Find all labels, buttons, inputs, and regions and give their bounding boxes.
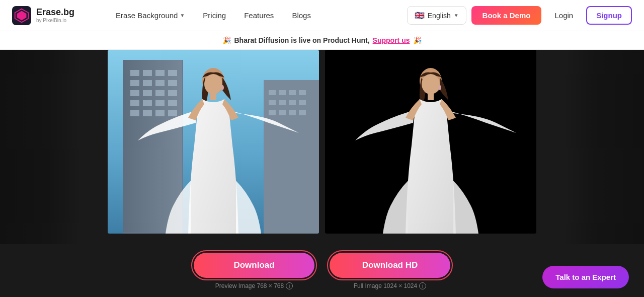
download-hd-group: Download HD Full Image 1024 × 1024 i	[327, 250, 453, 289]
download-hd-button[interactable]: Download HD	[330, 253, 450, 278]
shadow-left	[0, 50, 80, 244]
svg-rect-9	[143, 80, 152, 86]
chevron-down-icon: ▼	[454, 13, 459, 18]
svg-rect-20	[130, 110, 139, 116]
svg-rect-16	[130, 100, 139, 106]
main-content: Download Preview Image 768 × 768 i Downl…	[0, 50, 644, 294]
download-hd-outline: Download HD	[327, 250, 453, 280]
chevron-down-icon: ▼	[180, 13, 185, 18]
logo[interactable]: Erase.bg by PixelBin.io	[12, 6, 93, 25]
announcement-emoji-left: 🎉	[222, 36, 231, 44]
announcement-text: Bharat Diffusion is live on Product Hunt…	[234, 36, 369, 44]
svg-rect-8	[130, 80, 139, 86]
svg-rect-35	[289, 110, 296, 115]
nav-right: 🇬🇧 English ▼ Book a Demo Login Signup	[407, 6, 632, 25]
svg-rect-44	[428, 93, 434, 100]
svg-rect-14	[155, 90, 165, 96]
svg-rect-7	[168, 70, 177, 76]
svg-rect-29	[269, 100, 276, 105]
svg-rect-4	[130, 70, 139, 76]
logo-title: Erase.bg	[36, 8, 74, 18]
svg-rect-22	[155, 110, 165, 116]
processed-scene-svg	[325, 50, 536, 234]
svg-rect-27	[289, 90, 296, 95]
nav-pricing[interactable]: Pricing	[196, 7, 233, 24]
navbar: Erase.bg by PixelBin.io Erase Background…	[0, 0, 644, 31]
svg-rect-13	[143, 90, 152, 96]
processed-image-panel	[325, 50, 536, 234]
support-us-link[interactable]: Support us	[373, 36, 410, 44]
nav-features[interactable]: Features	[237, 7, 281, 24]
svg-rect-15	[168, 90, 177, 96]
logo-icon	[12, 6, 31, 25]
svg-point-40	[221, 85, 224, 90]
svg-rect-11	[168, 80, 177, 86]
image-area	[0, 50, 644, 244]
bottom-bar: Download Preview Image 768 × 768 i Downl…	[0, 244, 644, 294]
svg-rect-25	[269, 90, 276, 95]
svg-rect-33	[269, 110, 276, 115]
shadow-right	[564, 50, 644, 244]
images-container	[108, 50, 536, 244]
svg-rect-36	[299, 110, 306, 115]
download-button[interactable]: Download	[194, 253, 314, 278]
svg-rect-28	[299, 90, 306, 95]
signup-button[interactable]: Signup	[586, 6, 632, 25]
svg-point-43	[422, 74, 440, 94]
svg-rect-26	[279, 90, 286, 95]
download-group: Download Preview Image 768 × 768 i	[191, 250, 317, 289]
svg-point-38	[204, 74, 222, 94]
logo-text: Erase.bg by PixelBin.io	[36, 8, 74, 23]
logo-subtitle: by PixelBin.io	[36, 18, 74, 23]
nav-erase-background[interactable]: Erase Background ▼	[109, 7, 192, 24]
language-selector[interactable]: 🇬🇧 English ▼	[407, 6, 466, 25]
svg-rect-19	[168, 100, 177, 106]
svg-rect-18	[155, 100, 165, 106]
flag-icon: 🇬🇧	[415, 11, 425, 20]
talk-to-expert-button[interactable]: Talk to an Expert	[542, 266, 629, 288]
svg-rect-5	[143, 70, 152, 76]
svg-rect-6	[155, 70, 165, 76]
language-label: English	[428, 12, 451, 20]
original-image-panel	[108, 50, 319, 234]
announcement-banner: 🎉 Bharat Diffusion is live on Product Hu…	[0, 31, 644, 50]
info-icon-hd[interactable]: i	[419, 282, 426, 289]
svg-rect-12	[130, 90, 139, 96]
svg-rect-10	[155, 80, 165, 86]
full-info: Full Image 1024 × 1024 i	[354, 282, 426, 289]
svg-rect-39	[210, 93, 216, 100]
svg-rect-17	[143, 100, 152, 106]
svg-rect-32	[299, 100, 306, 105]
info-icon[interactable]: i	[286, 282, 293, 289]
svg-rect-34	[279, 110, 286, 115]
original-scene-svg	[108, 50, 319, 234]
preview-info: Preview Image 768 × 768 i	[215, 282, 293, 289]
nav-blogs[interactable]: Blogs	[285, 7, 318, 24]
download-outline: Download	[191, 250, 317, 280]
svg-rect-31	[289, 100, 296, 105]
svg-rect-21	[143, 110, 152, 116]
nav-links: Erase Background ▼ Pricing Features Blog…	[109, 7, 391, 24]
svg-rect-30	[279, 100, 286, 105]
svg-rect-23	[168, 110, 177, 116]
announcement-emoji-right: 🎉	[413, 36, 422, 44]
processed-image	[325, 50, 536, 234]
login-button[interactable]: Login	[546, 6, 581, 25]
book-demo-button[interactable]: Book a Demo	[471, 6, 542, 25]
original-image	[108, 50, 319, 234]
svg-point-45	[438, 85, 441, 90]
